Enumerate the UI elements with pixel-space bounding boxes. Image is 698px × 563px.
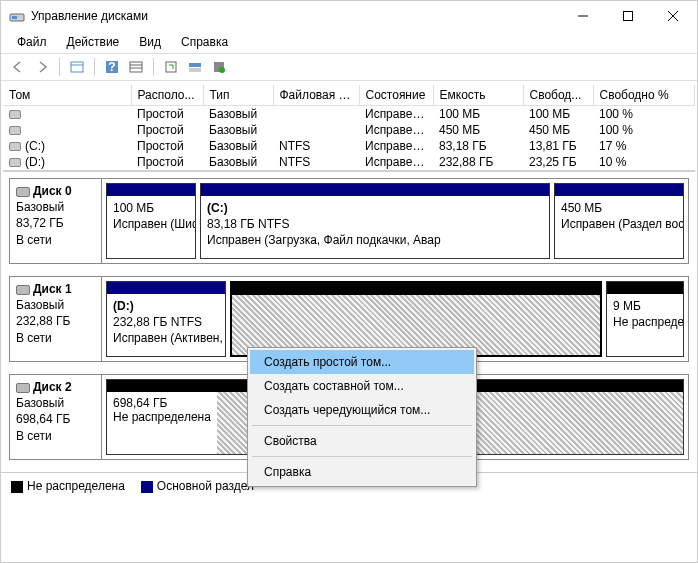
col-freepercent[interactable]: Свободно % bbox=[593, 85, 695, 106]
volume-icon bbox=[9, 158, 21, 167]
partition-color-bar bbox=[201, 184, 549, 196]
svg-rect-15 bbox=[189, 68, 201, 72]
back-button[interactable] bbox=[7, 56, 29, 78]
svg-rect-1 bbox=[12, 16, 17, 19]
partition-color-bar bbox=[232, 283, 600, 295]
disk-1-info[interactable]: Диск 1 Базовый 232,88 ГБ В сети bbox=[10, 277, 102, 361]
refresh-icon[interactable] bbox=[160, 56, 182, 78]
disk-0-partition-c[interactable]: (C:)83,18 ГБ NTFSИсправен (Загрузка, Фай… bbox=[200, 183, 550, 259]
svg-rect-6 bbox=[71, 62, 83, 72]
help-icon[interactable]: ? bbox=[101, 56, 123, 78]
column-headers[interactable]: Том Располо... Тип Файловая с... Состоян… bbox=[3, 85, 695, 106]
forward-button[interactable] bbox=[31, 56, 53, 78]
volume-icon bbox=[9, 126, 21, 135]
maximize-button[interactable] bbox=[605, 2, 650, 30]
disk-icon bbox=[16, 285, 30, 295]
svg-rect-14 bbox=[189, 63, 201, 67]
disk-0-row: Диск 0 Базовый 83,72 ГБ В сети 100 МБИсп… bbox=[9, 178, 689, 264]
action-icon[interactable] bbox=[208, 56, 230, 78]
col-state[interactable]: Состояние bbox=[359, 85, 433, 106]
disk-0-partition-2[interactable]: 450 МБИсправен (Раздел вос bbox=[554, 183, 684, 259]
volume-list: Том Располо... Тип Файловая с... Состоян… bbox=[3, 85, 695, 172]
menu-create-spanned-volume[interactable]: Создать составной том... bbox=[250, 374, 474, 398]
list-icon[interactable] bbox=[125, 56, 147, 78]
col-filesystem[interactable]: Файловая с... bbox=[273, 85, 359, 106]
menu-help[interactable]: Справка bbox=[250, 460, 474, 484]
menubar: Файл Действие Вид Справка bbox=[1, 31, 697, 53]
volume-icon bbox=[9, 142, 21, 151]
disk-0-partition-0[interactable]: 100 МБИсправен (Шиф bbox=[106, 183, 196, 259]
col-capacity[interactable]: Емкость bbox=[433, 85, 523, 106]
volume-row[interactable]: ПростойБазовыйИсправен...100 МБ100 МБ100… bbox=[3, 106, 695, 123]
window-title: Управление дисками bbox=[31, 9, 560, 23]
menu-separator bbox=[252, 456, 472, 457]
disk-layout-icon[interactable] bbox=[184, 56, 206, 78]
col-type[interactable]: Тип bbox=[203, 85, 273, 106]
menu-view[interactable]: Вид bbox=[131, 33, 169, 51]
col-volume[interactable]: Том bbox=[3, 85, 131, 106]
menu-properties[interactable]: Свойства bbox=[250, 429, 474, 453]
volume-row[interactable]: ПростойБазовыйИсправен...450 МБ450 МБ100… bbox=[3, 122, 695, 138]
hatch-fill bbox=[232, 295, 600, 355]
menu-create-striped-volume[interactable]: Создать чередующийся том... bbox=[250, 398, 474, 422]
legend-primary: Основной раздел bbox=[141, 479, 254, 493]
minimize-button[interactable] bbox=[560, 2, 605, 30]
disk-icon bbox=[16, 187, 30, 197]
partition-color-bar bbox=[107, 184, 195, 196]
volume-row[interactable]: (C:)ПростойБазовыйNTFSИсправен...83,18 Г… bbox=[3, 138, 695, 154]
titlebar: Управление дисками bbox=[1, 1, 697, 31]
menu-file[interactable]: Файл bbox=[9, 33, 55, 51]
volume-row[interactable]: (D:)ПростойБазовыйNTFSИсправен...232,88 … bbox=[3, 154, 695, 170]
menu-action[interactable]: Действие bbox=[59, 33, 128, 51]
disk-2-info[interactable]: Диск 2 Базовый 698,64 ГБ В сети bbox=[10, 375, 102, 459]
disk-1-partition-2[interactable]: 9 МБНе распреде bbox=[606, 281, 684, 357]
col-free[interactable]: Свобод... bbox=[523, 85, 593, 106]
legend-unallocated: Не распределена bbox=[11, 479, 125, 493]
partition-color-bar bbox=[555, 184, 683, 196]
partition-color-bar bbox=[607, 282, 683, 294]
app-icon bbox=[9, 8, 25, 24]
menu-create-simple-volume[interactable]: Создать простой том... bbox=[250, 350, 474, 374]
svg-rect-3 bbox=[623, 12, 632, 21]
disk-1-partition-d[interactable]: (D:)232,88 ГБ NTFSИсправен (Активен, bbox=[106, 281, 226, 357]
close-button[interactable] bbox=[650, 2, 695, 30]
disk-icon bbox=[16, 383, 30, 393]
menu-separator bbox=[252, 425, 472, 426]
svg-text:?: ? bbox=[108, 60, 115, 74]
partition-color-bar bbox=[107, 282, 225, 294]
toolbar: ? bbox=[1, 53, 697, 81]
context-menu: Создать простой том... Создать составной… bbox=[247, 347, 477, 487]
panel-icon[interactable] bbox=[66, 56, 88, 78]
col-layout[interactable]: Располо... bbox=[131, 85, 203, 106]
svg-rect-13 bbox=[166, 62, 176, 72]
svg-point-17 bbox=[219, 67, 225, 73]
svg-rect-10 bbox=[130, 62, 142, 72]
volume-icon bbox=[9, 110, 21, 119]
menu-help[interactable]: Справка bbox=[173, 33, 236, 51]
disk-0-info[interactable]: Диск 0 Базовый 83,72 ГБ В сети bbox=[10, 179, 102, 263]
disk-1-unallocated[interactable] bbox=[230, 281, 602, 357]
